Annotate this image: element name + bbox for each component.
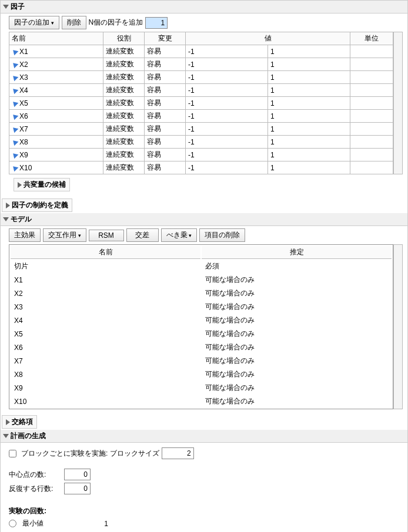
factor-value-high[interactable]: 1 [268,58,350,71]
model-term-est[interactable]: 可能な場合のみ [202,341,392,353]
runs-min-radio[interactable] [9,520,16,527]
table-row[interactable]: X9可能な場合のみ [11,382,392,394]
model-term-est[interactable]: 可能な場合のみ [202,274,392,286]
factor-value-high[interactable]: 1 [268,123,350,136]
factor-value-low[interactable]: -1 [186,149,268,161]
factor-value-low[interactable]: -1 [186,84,268,97]
factor-role-cell[interactable]: 連続変数 [103,149,145,161]
add-n-input[interactable] [145,17,168,29]
table-row[interactable]: X4可能な場合のみ [11,314,392,326]
model-term-est[interactable]: 可能な場合のみ [202,395,392,408]
factor-unit-cell[interactable] [350,58,393,71]
constraints-header[interactable]: 因子の制約を定義 [2,198,72,212]
table-row[interactable]: X5連続変数容易-11 [9,97,393,110]
factor-name-cell[interactable]: X1 [9,45,103,58]
model-term-name[interactable]: 切片 [11,260,200,272]
model-term-est[interactable]: 可能な場合のみ [202,314,392,326]
factor-change-cell[interactable]: 容易 [145,97,186,110]
factor-unit-cell[interactable] [350,45,393,58]
factor-value-low[interactable]: -1 [186,110,268,123]
factor-change-cell[interactable]: 容易 [145,149,186,161]
factor-change-cell[interactable]: 容易 [145,110,186,123]
factor-name-cell[interactable]: X10 [9,161,103,174]
table-row[interactable]: X8連続変数容易-11 [9,136,393,149]
factor-change-cell[interactable]: 容易 [145,136,186,149]
rsm-button[interactable]: RSM [89,230,124,241]
table-row[interactable]: X10連続変数容易-11 [9,161,393,174]
factor-name-cell[interactable]: X4 [9,84,103,97]
factor-value-high[interactable]: 1 [268,110,350,123]
factor-value-low[interactable]: -1 [186,97,268,110]
model-col-est[interactable]: 推定 [202,246,392,259]
table-row[interactable]: X2連続変数容易-11 [9,58,393,71]
center-input[interactable] [64,469,91,480]
table-row[interactable]: X2可能な場合のみ [11,287,392,299]
factor-name-cell[interactable]: X3 [9,71,103,84]
interaction-button[interactable]: 交互作用 [43,228,86,242]
factor-value-high[interactable]: 1 [268,97,350,110]
factor-role-cell[interactable]: 連続変数 [103,84,145,97]
factor-change-cell[interactable]: 容易 [145,71,186,84]
factor-value-high[interactable]: 1 [268,45,350,58]
factor-unit-cell[interactable] [350,71,393,84]
model-term-name[interactable]: X5 [11,328,200,340]
factor-value-low[interactable]: -1 [186,123,268,136]
table-row[interactable]: X7連続変数容易-11 [9,123,393,136]
factor-value-low[interactable]: -1 [186,161,268,174]
delete-factor-button[interactable]: 削除 [62,16,86,29]
model-term-name[interactable]: X1 [11,274,200,286]
factor-name-cell[interactable]: X2 [9,58,103,71]
factor-role-cell[interactable]: 連続変数 [103,136,145,149]
factor-change-cell[interactable]: 容易 [145,45,186,58]
factor-name-cell[interactable]: X8 [9,136,103,149]
factor-name-cell[interactable]: X6 [9,110,103,123]
factor-role-cell[interactable]: 連続変数 [103,161,145,174]
factor-unit-cell[interactable] [350,97,393,110]
model-term-name[interactable]: X9 [11,382,200,394]
model-term-est[interactable]: 可能な場合のみ [202,328,392,340]
model-term-name[interactable]: X2 [11,287,200,299]
table-row[interactable]: X10可能な場合のみ [11,395,392,408]
cross-button[interactable]: 交差 [126,228,159,242]
table-row[interactable]: X8可能な場合のみ [11,368,392,381]
main-effects-button[interactable]: 主効果 [9,228,41,242]
model-term-name[interactable]: X3 [11,301,200,313]
factor-role-cell[interactable]: 連続変数 [103,123,145,136]
factor-name-cell[interactable]: X7 [9,123,103,136]
factor-role-cell[interactable]: 連続変数 [103,58,145,71]
factor-unit-cell[interactable] [350,136,393,149]
block-checkbox[interactable] [9,450,16,457]
covariate-header[interactable]: 共変量の候補 [14,178,70,191]
factor-unit-cell[interactable] [350,110,393,123]
factor-value-low[interactable]: -1 [186,71,268,84]
factor-change-cell[interactable]: 容易 [145,123,186,136]
model-term-name[interactable]: X10 [11,395,200,408]
factor-role-cell[interactable]: 連続変数 [103,71,145,84]
model-term-name[interactable]: X8 [11,368,200,381]
factor-value-high[interactable]: 1 [268,149,350,161]
factor-role-cell[interactable]: 連続変数 [103,97,145,110]
factor-value-high[interactable]: 1 [268,136,350,149]
col-change[interactable]: 変更 [145,32,186,45]
factor-value-high[interactable]: 1 [268,84,350,97]
col-unit[interactable]: 単位 [350,32,393,45]
table-row[interactable]: X7可能な場合のみ [11,355,392,367]
factor-value-low[interactable]: -1 [186,45,268,58]
factor-change-cell[interactable]: 容易 [145,58,186,71]
factor-value-high[interactable]: 1 [268,161,350,174]
factor-unit-cell[interactable] [350,149,393,161]
table-row[interactable]: X6可能な場合のみ [11,341,392,353]
col-role[interactable]: 役割 [103,32,145,45]
factors-header[interactable]: 因子 [1,1,407,14]
factor-role-cell[interactable]: 連続変数 [103,45,145,58]
factor-value-high[interactable]: 1 [268,71,350,84]
col-name[interactable]: 名前 [9,32,103,45]
factors-scrollbar[interactable] [393,32,403,174]
factor-unit-cell[interactable] [350,123,393,136]
factor-change-cell[interactable]: 容易 [145,84,186,97]
model-scrollbar[interactable] [393,244,403,409]
factor-change-cell[interactable]: 容易 [145,161,186,174]
model-term-est[interactable]: 可能な場合のみ [202,287,392,299]
remove-term-button[interactable]: 項目の削除 [199,228,245,242]
table-row[interactable]: X1可能な場合のみ [11,274,392,286]
